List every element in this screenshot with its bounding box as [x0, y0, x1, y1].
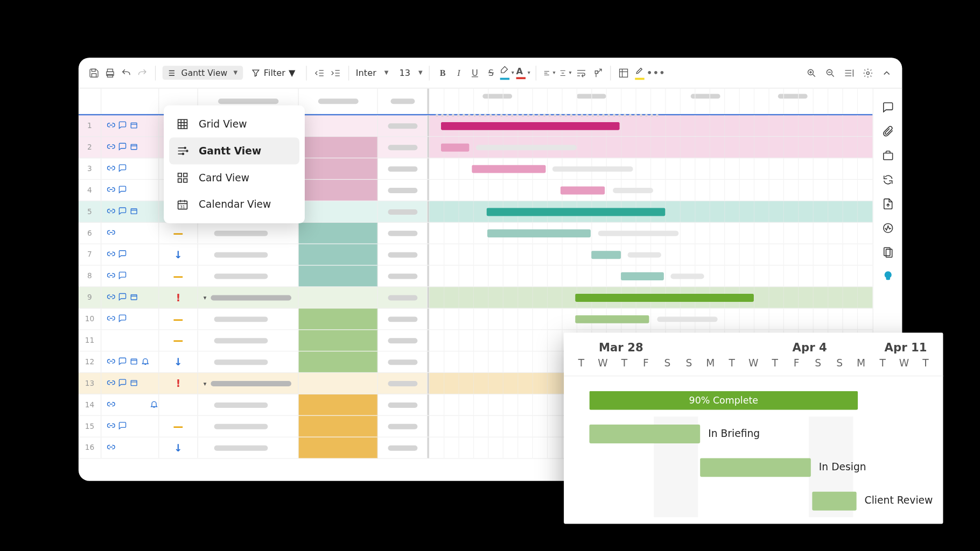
outdent-icon[interactable]: [313, 67, 325, 79]
extra-cell[interactable]: [378, 201, 428, 222]
priority-cell[interactable]: —: [159, 223, 198, 244]
gantt-bar[interactable]: [621, 272, 664, 280]
table-row[interactable]: 10—: [79, 308, 873, 330]
extra-cell[interactable]: [378, 330, 428, 351]
print-icon[interactable]: [104, 67, 116, 79]
fill-color-icon[interactable]: [501, 67, 513, 79]
link-icon[interactable]: [107, 292, 115, 303]
zoom-gantt-bar[interactable]: [700, 458, 811, 477]
comments-icon[interactable]: [881, 101, 894, 114]
view-selector-button[interactable]: Gantt View ▼: [163, 66, 243, 80]
status-cell[interactable]: [299, 223, 378, 244]
strikethrough-icon[interactable]: S: [485, 67, 497, 79]
gantt-bar[interactable]: [575, 315, 649, 323]
box-icon[interactable]: [130, 378, 138, 388]
extra-cell[interactable]: [378, 223, 428, 244]
task-name-cell[interactable]: [198, 330, 299, 351]
chat-icon[interactable]: [118, 292, 127, 303]
extra-cell[interactable]: [378, 137, 428, 158]
extra-cell[interactable]: [378, 351, 428, 372]
priority-cell[interactable]: [159, 394, 198, 415]
undo-icon[interactable]: [120, 67, 132, 79]
link-icon[interactable]: [107, 206, 115, 217]
chat-icon[interactable]: [118, 357, 127, 368]
gantt-bar[interactable]: [487, 208, 666, 216]
upload-file-icon[interactable]: [881, 197, 894, 210]
conditional-format-icon[interactable]: [618, 67, 629, 79]
chat-icon[interactable]: [118, 185, 127, 195]
task-name-cell[interactable]: [198, 416, 299, 437]
underline-icon[interactable]: U: [469, 67, 481, 79]
extra-cell[interactable]: [378, 180, 428, 201]
text-color-icon[interactable]: A: [517, 67, 529, 79]
link-icon[interactable]: [107, 421, 115, 432]
gantt-bar[interactable]: [575, 294, 754, 302]
chat-icon[interactable]: [118, 314, 127, 324]
link-icon[interactable]: [107, 378, 115, 388]
extra-cell[interactable]: [378, 287, 428, 308]
status-cell[interactable]: [299, 373, 378, 394]
collapse-icon[interactable]: [881, 67, 893, 79]
valign-icon[interactable]: [559, 67, 571, 79]
extra-cell[interactable]: [378, 416, 428, 437]
chat-icon[interactable]: [118, 378, 127, 388]
lightbulb-icon[interactable]: [881, 270, 894, 283]
box-icon[interactable]: [130, 121, 138, 131]
link-icon[interactable]: [107, 164, 115, 174]
view-option-gantt-view[interactable]: Gantt View: [169, 138, 299, 165]
font-size-selector[interactable]: 13▼: [399, 68, 422, 78]
status-cell[interactable]: [299, 351, 378, 372]
zoom-gantt-bar[interactable]: 90% Complete: [589, 391, 858, 410]
extra-cell[interactable]: [378, 266, 428, 287]
gantt-bar[interactable]: [561, 187, 605, 195]
view-option-calendar-view[interactable]: 31Calendar View: [169, 191, 299, 218]
table-row[interactable]: 9!▾: [79, 287, 873, 309]
more-icon[interactable]: •••: [650, 67, 662, 79]
wrap-icon[interactable]: [576, 67, 587, 79]
gantt-row[interactable]: [428, 266, 872, 287]
timeline-icon[interactable]: [843, 67, 855, 79]
zoom-in-icon[interactable]: [806, 67, 817, 79]
link-icon[interactable]: [107, 357, 115, 368]
task-name-cell[interactable]: [198, 244, 299, 265]
extra-cell[interactable]: [378, 115, 428, 136]
priority-cell[interactable]: ↓: [159, 351, 198, 372]
gantt-row[interactable]: [428, 223, 872, 244]
docs-icon[interactable]: [881, 245, 894, 259]
task-name-cell[interactable]: ▾: [198, 287, 299, 308]
attachments-icon[interactable]: [881, 125, 894, 138]
chat-icon[interactable]: [118, 421, 127, 432]
gantt-row[interactable]: [428, 158, 872, 179]
status-cell[interactable]: [299, 394, 378, 415]
font-selector[interactable]: Inter▼: [356, 68, 389, 78]
save-icon[interactable]: [88, 67, 100, 79]
box-icon[interactable]: [130, 142, 138, 153]
gantt-bar[interactable]: [472, 165, 545, 173]
table-row[interactable]: 7↓: [79, 244, 873, 266]
link-icon[interactable]: [107, 314, 115, 324]
box-icon[interactable]: [130, 292, 138, 303]
view-option-grid-view[interactable]: Grid View: [169, 111, 299, 138]
priority-cell[interactable]: —: [159, 266, 198, 287]
link-icon[interactable]: [107, 142, 115, 153]
briefcase-icon[interactable]: [881, 149, 894, 163]
format-paint-icon[interactable]: [592, 67, 604, 79]
gantt-row[interactable]: [428, 137, 872, 158]
link-icon[interactable]: [107, 228, 115, 238]
priority-cell[interactable]: —: [159, 308, 198, 329]
gantt-row[interactable]: [428, 244, 872, 265]
table-row[interactable]: 8—: [79, 266, 873, 287]
status-cell[interactable]: [299, 437, 378, 458]
extra-cell[interactable]: [378, 308, 428, 329]
priority-cell[interactable]: ↓: [159, 244, 198, 265]
activity-icon[interactable]: [881, 221, 894, 235]
align-icon[interactable]: [543, 67, 555, 79]
gantt-row[interactable]: [428, 201, 872, 222]
link-icon[interactable]: [107, 185, 115, 195]
priority-cell[interactable]: !: [159, 287, 198, 308]
status-cell[interactable]: [299, 180, 378, 201]
task-name-cell[interactable]: [198, 223, 299, 244]
box-icon[interactable]: [130, 357, 138, 368]
status-cell[interactable]: [299, 244, 378, 265]
priority-cell[interactable]: —: [159, 330, 198, 351]
